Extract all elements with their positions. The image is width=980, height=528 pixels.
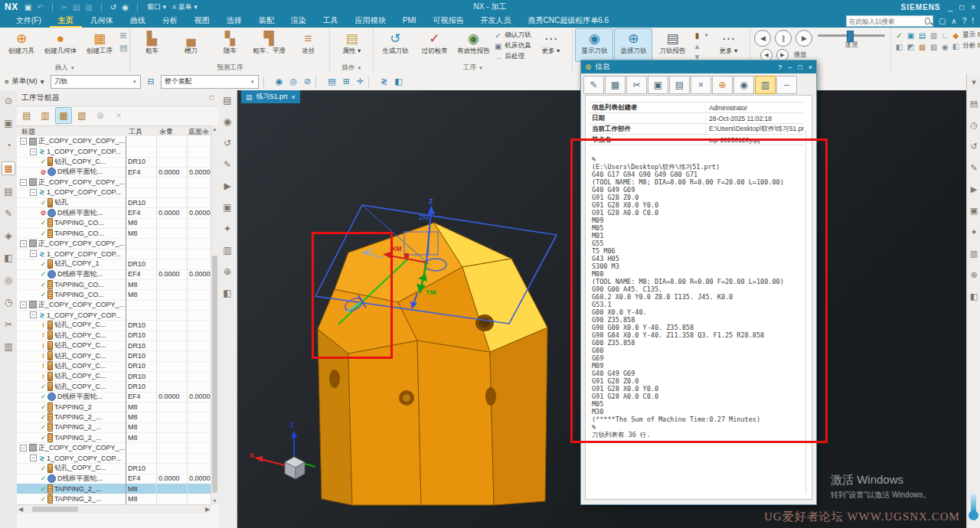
column-divider[interactable] [156,136,157,504]
alert-icon[interactable]: ! [972,17,974,25]
tool-time-icon[interactable]: ◷ [969,119,979,130]
postprocess-button[interactable]: →后处理 [493,51,531,62]
postprocess-view-icon[interactable]: ▤ [221,94,234,106]
note-icon[interactable]: ▥ [755,76,776,94]
tab-2[interactable]: 主页 [50,14,82,28]
machine-icon[interactable]: ▣ [969,205,979,216]
move-component-icon[interactable]: ✛ [357,77,364,86]
screw-button[interactable]: ▮▼ [692,30,708,41]
assembly-constraint-icon[interactable]: ⊞ [343,77,350,86]
play-button[interactable]: ▶ [795,30,812,47]
info-help-button[interactable]: ? [778,64,782,71]
operation-navigator-icon[interactable]: ▦ [2,161,15,175]
info-minimize-button[interactable]: – [788,64,792,71]
operation-tree-row[interactable]: –≷1_COPY_COPY_COP... [17,249,211,259]
operation-tree-row[interactable]: ✓钻孔DR10 [17,197,211,208]
expand-collapse-icon[interactable]: – [30,189,37,196]
operation-tree-row[interactable]: !钻孔_COPY_C...DR10 [17,331,211,341]
collapse-icon[interactable]: – [776,76,797,94]
tab-11[interactable]: 应用模块 [347,14,394,28]
print-icon[interactable]: ▦ [605,76,626,94]
operation-tree-row[interactable]: !钻孔_COPY_C...DR10 [17,350,211,361]
column-divider[interactable] [187,136,188,504]
column-divider[interactable] [126,136,126,504]
expand-collapse-icon[interactable]: – [20,240,27,247]
show-hide-icon[interactable]: ◉ [276,77,283,86]
scrollbar-thumb[interactable] [212,256,217,493]
edit-icon[interactable]: ✎ [583,76,604,94]
operation-tree-row[interactable]: ✓TAPPING_2_...M8 [17,422,211,433]
verify-icon[interactable]: ◉ [221,116,234,128]
group-dropdown-icon[interactable]: ▼ [70,66,75,70]
validity-report-button[interactable]: ◉有效性报告 [454,28,492,62]
rewind-button[interactable]: ◀ [754,30,771,47]
edit-section-icon[interactable]: ◧ [394,77,402,86]
expand-collapse-icon[interactable]: – [20,301,27,308]
ipw-load-icon[interactable]: ▤ [916,31,927,43]
find-icon[interactable]: ◉ [733,76,754,94]
tab-13[interactable]: 可视报告 [425,14,472,28]
selection-scope-toolpath[interactable]: 刀轨▼ [51,75,141,89]
target-icon[interactable]: ⊕ [969,269,979,280]
undo-icon[interactable]: ↶ [37,3,43,11]
sheet-icon[interactable]: ▥ [969,248,979,259]
operation-tree-row[interactable]: ✓TAPPING_2_...M8 [17,432,211,443]
search-input[interactable] [847,18,925,25]
more-button[interactable]: ⋯更多 ▾ [531,28,570,62]
operation-tree-row[interactable]: ✓钻孔_COPY_1DR10 [17,259,211,269]
tab-4[interactable]: 曲线 [122,14,154,28]
operation-tree-row[interactable]: –正_COPY_COPY_COPY_... [17,136,211,147]
pause-button[interactable]: ∥ [775,30,792,47]
tab-close-icon[interactable]: × [292,93,296,101]
minimize-ribbon-icon[interactable]: ∧ [951,17,956,25]
copy-icon[interactable]: ▤ [73,3,80,11]
undock-icon[interactable]: □ [210,94,214,102]
cut-icon[interactable]: ✂ [61,3,67,11]
operation-tree-row[interactable]: –≷1_COPY_COPY_COP... [17,310,211,321]
ipw-section-icon[interactable]: ◩ [905,43,916,54]
operation-tree-row[interactable]: !钻孔_COPY_C...DR10 [17,320,211,331]
optimize-icon[interactable]: ✦ [221,223,234,235]
tab-15[interactable]: 燕秀CNC超级程序单6.6 [520,14,618,28]
repeat-command-icon[interactable]: ↺ [110,3,116,11]
info-window-content[interactable]: 信息列表创建者Administrator日期28-Oct-2025 11:02:… [585,95,812,500]
command-search-box[interactable] [846,15,933,27]
create-tool-button[interactable]: ⊕创建刀具 [2,28,41,62]
toolpath-report-button[interactable]: ▤刀轨报告 [653,28,691,62]
operation-tree-row[interactable]: –≷1_COPY_COPY_COP... [17,187,211,198]
no-eye-icon[interactable]: ⊘ [304,77,311,86]
operation-tree-row[interactable]: –≷1_COPY_COPY_COP... [17,146,211,157]
compare-icon[interactable]: ✦ [969,227,979,237]
create-operation-button[interactable]: ▦创建工序 [80,28,119,62]
templates-icon[interactable]: ◧ [2,252,15,264]
close-button[interactable]: × [971,3,975,11]
create-table-mini-icon[interactable]: ▤ [119,43,127,53]
part-tab[interactable]: ▤ 练习51.prt × [241,90,300,103]
play-icon[interactable]: ▶ [221,180,234,192]
show-toolpath-button[interactable]: ◉显示刀轨 [575,28,613,62]
post-view-icon[interactable]: ▤ [969,98,979,109]
tab-10[interactable]: 工具 [315,14,347,28]
expand-collapse-icon[interactable]: – [30,311,37,318]
select-toolpath-button[interactable]: ⊕选择刀轨 [614,28,652,62]
gouge-check-button[interactable]: ✓过切检查 [415,28,453,62]
eye-icon[interactable]: ◎ [289,77,297,86]
tab-3[interactable]: 几何体 [82,14,122,28]
operation-tree-row[interactable]: ✓钻孔_COPY_C...DR10 [17,463,211,474]
tab-9[interactable]: 渲染 [283,14,315,28]
group-dropdown-icon[interactable]: ▼ [479,66,483,70]
paste-icon[interactable]: ▥ [85,3,92,11]
tab-8[interactable]: 装配 [250,14,283,28]
copy-icon[interactable]: ▣ [648,76,668,94]
ipw-facet-icon[interactable]: ▦ [916,43,927,54]
delete-filter-icon[interactable]: × [110,107,127,124]
tab-14[interactable]: 开发人员 [472,14,520,28]
program-order-view-icon[interactable]: ▤ [18,107,35,124]
fullscreen-icon[interactable]: ▢ [939,17,946,25]
copy-view-icon[interactable]: ▥ [221,244,234,256]
tool-crib-icon[interactable]: ◈ [2,230,15,242]
rough-smooth-button[interactable]: ▜粗车、平滑 [250,28,288,62]
ipw-level-icon[interactable]: ▥ [928,31,939,43]
wave-link-icon[interactable]: ≷ [381,77,387,86]
part-icon[interactable]: ◧ [969,291,979,301]
